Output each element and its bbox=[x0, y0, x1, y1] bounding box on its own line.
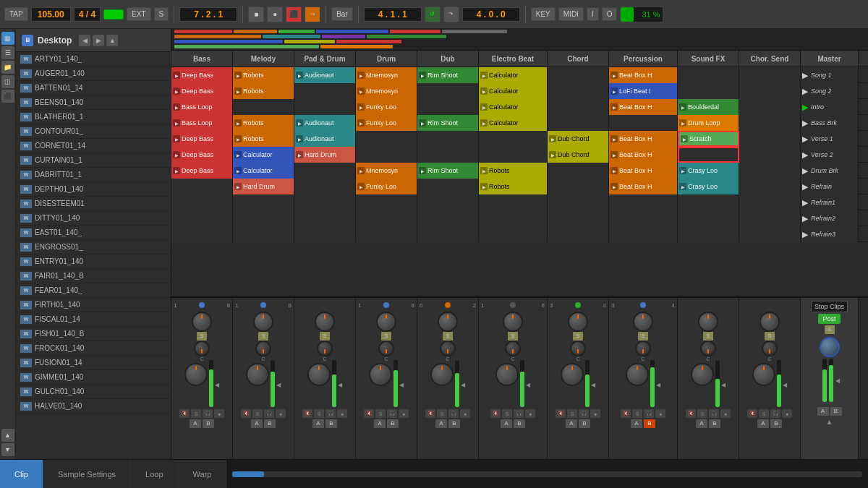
clip-cell[interactable]: Hard Drum bbox=[233, 179, 294, 194]
clip-cell[interactable] bbox=[548, 226, 609, 242]
solo-button[interactable]: S bbox=[320, 332, 330, 341]
fader-track[interactable] bbox=[650, 360, 655, 407]
solo-btn2[interactable]: S bbox=[632, 409, 642, 418]
clip-cell[interactable]: Audionaut bbox=[294, 131, 356, 147]
clip-play-btn[interactable] bbox=[480, 183, 488, 190]
send-knob[interactable] bbox=[700, 341, 716, 356]
file-item[interactable]: W GULCH01_140 bbox=[16, 385, 171, 399]
clip-play-btn[interactable] bbox=[234, 183, 242, 190]
pan-knob[interactable] bbox=[698, 312, 718, 332]
pan-knob[interactable] bbox=[760, 312, 780, 332]
clip-play-btn[interactable] bbox=[480, 167, 488, 174]
tab-loop[interactable]: Loop bbox=[131, 460, 178, 488]
clip-play-btn[interactable] bbox=[296, 135, 303, 142]
a-button[interactable]: A bbox=[631, 419, 642, 428]
clip-cell[interactable] bbox=[609, 226, 678, 242]
clip-cell[interactable]: ▶Intro bbox=[801, 99, 859, 115]
file-item[interactable]: W FAIR01_140_B bbox=[16, 269, 171, 283]
clip-cell[interactable]: Audionaut bbox=[294, 67, 356, 83]
clip-cell[interactable] bbox=[678, 83, 739, 99]
clip-cell[interactable]: Robots bbox=[233, 67, 294, 83]
file-item[interactable]: W DISESTEEM01 bbox=[16, 197, 171, 211]
clip-cell[interactable] bbox=[417, 210, 479, 226]
clip-cell[interactable]: Funky Loo bbox=[356, 115, 417, 131]
fader-track[interactable] bbox=[332, 360, 336, 407]
send-knob[interactable] bbox=[505, 341, 521, 356]
monitor-btn[interactable]: ● bbox=[399, 409, 409, 418]
post-button[interactable]: Post bbox=[818, 314, 840, 324]
clip-cell[interactable] bbox=[548, 115, 609, 131]
clip-cell[interactable]: Funky Loo bbox=[356, 99, 417, 115]
clip-cell[interactable] bbox=[417, 147, 479, 163]
clip-cell[interactable]: Crasy Loo bbox=[678, 179, 739, 194]
clip-play-btn[interactable] bbox=[173, 103, 180, 111]
file-item[interactable]: W FISCAL01_14 bbox=[16, 312, 171, 327]
fader-track[interactable] bbox=[520, 360, 524, 407]
pan-knob[interactable] bbox=[568, 312, 588, 332]
solo-button[interactable]: S bbox=[197, 332, 207, 341]
solo-btn2[interactable]: S bbox=[759, 409, 769, 418]
clip-cell[interactable] bbox=[294, 83, 356, 99]
clip-cell[interactable]: ▶Refrain bbox=[801, 179, 859, 194]
mute-btn[interactable]: 🔇 bbox=[241, 409, 251, 418]
position-display[interactable]: 7 . 2 . 1 bbox=[179, 7, 237, 22]
clip-cell[interactable] bbox=[417, 83, 479, 99]
clip-play-btn[interactable] bbox=[549, 151, 556, 158]
clip-play-btn[interactable] bbox=[610, 72, 618, 79]
b-button[interactable]: B bbox=[203, 419, 214, 428]
clip-play-btn[interactable] bbox=[173, 135, 180, 142]
clip-cell[interactable] bbox=[294, 99, 356, 115]
clip-cell[interactable]: Mnemosyn bbox=[356, 83, 417, 99]
solo-button[interactable]: S bbox=[508, 332, 518, 341]
clip-cell[interactable] bbox=[417, 131, 479, 147]
solo-button[interactable]: S bbox=[258, 332, 268, 341]
file-item[interactable]: W DEPTH01_140 bbox=[16, 182, 171, 197]
clip-cell[interactable] bbox=[171, 210, 233, 226]
file-item[interactable]: W BEENS01_140 bbox=[16, 95, 171, 110]
a-button[interactable]: A bbox=[435, 419, 447, 428]
file-item[interactable]: W ARTY01_140_ bbox=[16, 52, 171, 67]
clip-play-btn[interactable] bbox=[357, 72, 365, 79]
arm-btn[interactable]: 🎧 bbox=[644, 409, 654, 418]
clip-cell[interactable]: Boulderdal bbox=[678, 99, 739, 115]
bar-selector[interactable]: Bar bbox=[331, 7, 353, 21]
file-item[interactable]: W HALVE01_140 bbox=[16, 399, 171, 414]
monitor-btn[interactable]: ● bbox=[590, 409, 600, 418]
output-button[interactable]: O bbox=[602, 7, 618, 21]
clip-cell[interactable] bbox=[548, 99, 609, 115]
solo-btn2[interactable]: S bbox=[697, 409, 707, 418]
volume-knob[interactable] bbox=[691, 363, 714, 386]
file-item[interactable]: W FUSION01_14 bbox=[16, 356, 171, 370]
clip-cell[interactable]: Robots bbox=[233, 83, 294, 99]
loop-toggle[interactable]: ↺ bbox=[425, 7, 441, 22]
b-button[interactable]: B bbox=[326, 419, 337, 428]
clip-cell[interactable] bbox=[548, 210, 609, 226]
master-pan-knob[interactable] bbox=[820, 337, 840, 357]
arm-btn[interactable]: 🎧 bbox=[514, 409, 524, 418]
clip-cell[interactable]: Mnemosyn bbox=[356, 67, 417, 83]
send-knob[interactable] bbox=[317, 341, 333, 356]
clip-cell[interactable] bbox=[356, 210, 417, 226]
scroll-down-icon[interactable]: ▼ bbox=[1, 443, 14, 456]
mute-btn[interactable]: 🔇 bbox=[490, 409, 501, 418]
clip-play-btn[interactable] bbox=[679, 119, 686, 127]
clip-cell[interactable] bbox=[678, 226, 739, 242]
send-knob[interactable] bbox=[440, 341, 456, 356]
solo-btn2[interactable]: S bbox=[314, 409, 324, 418]
clip-cell[interactable] bbox=[417, 194, 479, 210]
clip-cell[interactable] bbox=[417, 99, 479, 115]
clip-cell[interactable]: ▶Refrain1 bbox=[801, 194, 859, 210]
clip-play-btn[interactable] bbox=[173, 151, 180, 158]
file-item[interactable]: W ENTRY01_140 bbox=[16, 254, 171, 269]
b-button[interactable]: B bbox=[644, 419, 655, 428]
file-item[interactable]: W FIRTH01_140 bbox=[16, 298, 171, 312]
master-fader-track[interactable] bbox=[829, 359, 833, 402]
arm-btn[interactable]: 🎧 bbox=[326, 409, 336, 418]
solo-btn2[interactable]: S bbox=[375, 409, 386, 418]
b-button[interactable]: B bbox=[770, 419, 782, 428]
mute-btn[interactable]: 🔇 bbox=[364, 409, 374, 418]
clip-play-btn[interactable] bbox=[234, 87, 242, 95]
clip-play-btn[interactable] bbox=[679, 183, 686, 190]
play-button[interactable]: ● bbox=[267, 7, 283, 22]
a-button[interactable]: A bbox=[696, 419, 707, 428]
